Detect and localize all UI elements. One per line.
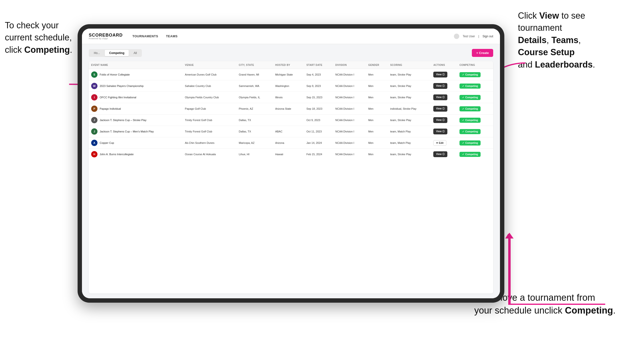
competing-button[interactable]: ✓ Competing — [460, 106, 480, 111]
view-button[interactable]: View ⓘ — [433, 106, 447, 112]
gender-cell: Men — [366, 92, 388, 103]
nav-tournaments[interactable]: TOURNAMENTS — [132, 34, 158, 38]
competing-cell[interactable]: ✓ Competing — [457, 115, 493, 126]
filter-bar: Ho... Competing All + Create — [89, 49, 493, 57]
actions-cell[interactable]: View ⓘ — [431, 92, 457, 103]
event-name: OFCC Fighting Illini Invitational — [100, 96, 136, 99]
user-avatar — [454, 34, 459, 39]
divider: | — [478, 35, 479, 38]
competing-cell[interactable]: ✓ Competing — [457, 149, 493, 160]
scoring-cell: team, Stroke Play — [388, 149, 431, 160]
competing-cell[interactable]: ✓ Competing — [457, 92, 493, 103]
event-name-cell: P Papago Individual — [89, 103, 182, 115]
hosted-by-cell: Washington — [273, 80, 304, 92]
view-button[interactable]: View ⓘ — [433, 151, 447, 157]
competing-cell[interactable]: ✓ Competing — [457, 126, 493, 137]
tablet-screen: SCOREBOARD Powered by clippi TOURNAMENTS… — [82, 28, 500, 298]
event-name: Jackson T. Stephens Cup – Stroke Play — [100, 119, 146, 122]
city-state-cell: Maricopa, AZ — [236, 137, 273, 149]
gender-cell: Men — [366, 137, 388, 149]
gender-cell: Men — [366, 149, 388, 160]
competing-button[interactable]: ✓ Competing — [460, 84, 480, 89]
user-name: Test User — [463, 35, 475, 38]
table-row: W 2023 Sahalee Players Championship Saha… — [89, 80, 493, 92]
event-name: 2023 Sahalee Players Championship — [100, 84, 144, 87]
hosted-by-cell: Arizona State — [273, 103, 304, 115]
city-state-cell: Sammamish, WA — [236, 80, 273, 92]
hosted-by-cell — [273, 115, 304, 126]
col-competing: COMPETING — [457, 61, 493, 69]
annotation-top-right: Click View to see tournament Details, Te… — [518, 10, 639, 71]
tab-all[interactable]: All — [129, 50, 141, 56]
competing-cell[interactable]: ✓ Competing — [457, 103, 493, 115]
table-row: P Papago Individual Papago Golf ClubPhoe… — [89, 103, 493, 115]
hosted-by-cell: Illinois — [273, 92, 304, 103]
competing-button[interactable]: ✓ Competing — [460, 152, 480, 157]
city-state-cell: Phoenix, AZ — [236, 103, 273, 115]
view-button[interactable]: View ⓘ — [433, 72, 447, 77]
actions-cell[interactable]: View ⓘ — [431, 69, 457, 80]
scoring-cell: individual, Stroke Play — [388, 103, 431, 115]
venue-cell: Papago Golf Club — [182, 103, 236, 115]
division-cell: NCAA Division I — [333, 92, 366, 103]
actions-cell[interactable]: View ⓘ — [431, 115, 457, 126]
create-button[interactable]: + Create — [472, 49, 493, 57]
competing-button[interactable]: ✓ Competing — [460, 72, 480, 77]
event-name-cell: W 2023 Sahalee Players Championship — [89, 80, 182, 92]
city-state-cell: Grand Haven, MI — [236, 69, 273, 80]
view-button[interactable]: View ⓘ — [433, 129, 447, 134]
competing-button[interactable]: ✓ Competing — [460, 141, 480, 146]
tablet-device: SCOREBOARD Powered by clippi TOURNAMENTS… — [78, 24, 504, 303]
competing-cell[interactable]: ✓ Competing — [457, 80, 493, 92]
division-cell: NCAA Division I — [333, 103, 366, 115]
team-logo: I — [91, 94, 98, 101]
table-row: S Folds of Honor Collegiate American Dun… — [89, 69, 493, 80]
col-event-name: EVENT NAME — [89, 61, 182, 69]
arrow-bottom-horizontal — [508, 304, 605, 305]
venue-cell: Olympia Fields Country Club — [182, 92, 236, 103]
edit-button[interactable]: ✏ Edit — [433, 140, 446, 146]
actions-cell[interactable]: View ⓘ — [431, 103, 457, 115]
nav-teams[interactable]: TEAMS — [166, 34, 178, 38]
actions-cell[interactable]: ✏ Edit — [431, 137, 457, 149]
actions-cell[interactable]: View ⓘ — [431, 80, 457, 92]
competing-cell[interactable]: ✓ Competing — [457, 69, 493, 80]
city-state-cell: Dallas, TX — [236, 126, 273, 137]
competing-cell[interactable]: ✓ Competing — [457, 137, 493, 149]
start-date-cell: Sep 18, 2023 — [304, 103, 333, 115]
gender-cell: Men — [366, 115, 388, 126]
city-state-cell: Dallas, TX — [236, 115, 273, 126]
event-name-cell: H John A. Burns Intercollegiate — [89, 149, 182, 160]
brand-title: SCOREBOARD — [89, 33, 123, 37]
view-button[interactable]: View ⓘ — [433, 83, 447, 89]
scoring-cell: team, Stroke Play — [388, 92, 431, 103]
event-name: John A. Burns Intercollegiate — [100, 153, 134, 156]
division-cell: NCAA Division I — [333, 115, 366, 126]
tournaments-table: EVENT NAME VENUE CITY, STATE HOSTED BY S… — [89, 61, 493, 294]
competing-button[interactable]: ✓ Competing — [460, 118, 480, 123]
division-cell: NCAA Division I — [333, 126, 366, 137]
col-hosted-by: HOSTED BY — [273, 61, 304, 69]
col-gender: GENDER — [366, 61, 388, 69]
view-button[interactable]: View ⓘ — [433, 117, 447, 123]
start-date-cell: Oct 11, 2023 — [304, 126, 333, 137]
tab-competing[interactable]: Competing — [105, 50, 129, 56]
hosted-by-cell: Hawaii — [273, 149, 304, 160]
view-button[interactable]: View ⓘ — [433, 94, 447, 100]
tab-home[interactable]: Ho... — [90, 50, 104, 56]
sign-out-link[interactable]: Sign out — [482, 35, 493, 38]
event-name-cell: J Jackson T. Stephens Cup – Stroke Play — [89, 115, 182, 126]
start-date-cell: Sep 15, 2023 — [304, 92, 333, 103]
competing-button[interactable]: ✓ Competing — [460, 95, 480, 100]
brand-subtitle: Powered by clippi — [89, 37, 123, 40]
gender-cell: Men — [366, 103, 388, 115]
col-city-state: CITY, STATE — [236, 61, 273, 69]
hosted-by-cell: ABAC — [273, 126, 304, 137]
event-name-cell: I OFCC Fighting Illini Invitational — [89, 92, 182, 103]
event-name-cell: S Folds of Honor Collegiate — [89, 69, 182, 80]
col-venue: VENUE — [182, 61, 236, 69]
gender-cell: Men — [366, 126, 388, 137]
competing-button[interactable]: ✓ Competing — [460, 129, 480, 134]
actions-cell[interactable]: View ⓘ — [431, 126, 457, 137]
actions-cell[interactable]: View ⓘ — [431, 149, 457, 160]
